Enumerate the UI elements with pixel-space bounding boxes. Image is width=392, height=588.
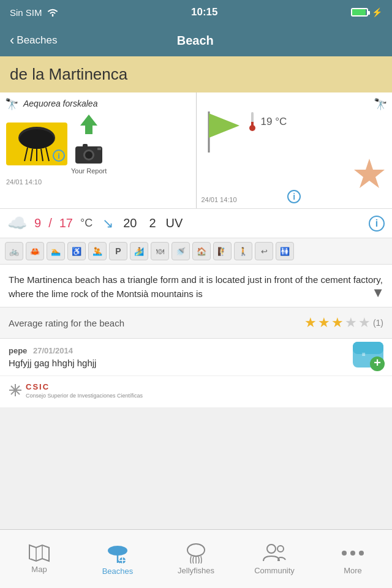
beach-name: de la Martinenca [10, 65, 127, 83]
left-info-panel: 🔭 Aequorea forskalea i [0, 92, 197, 208]
svg-marker-7 [80, 115, 97, 134]
right-info-icon[interactable]: i [287, 190, 301, 203]
rating-section: Average rating for the beach ★ ★ ★ ★ ★ (… [0, 307, 392, 339]
temperature-value: 19 °C [261, 116, 287, 128]
tab-jellyfishes[interactable]: Jellyfishes [157, 543, 235, 575]
beaches-tab-icon [105, 542, 130, 564]
svg-rect-12 [97, 148, 101, 150]
add-review-button[interactable]: + ≡ [352, 341, 385, 374]
amenity-parking: P [109, 242, 127, 260]
uv-value: 2 [149, 216, 156, 230]
nav-bar: ‹ Beaches Beach [0, 24, 392, 56]
amenity-shelter: 🏠 [192, 242, 211, 260]
tab-beaches[interactable]: Beaches [78, 542, 157, 576]
review-section: pepe 27/01/2014 Hgfyjj gag hhghj hghjj +… [0, 339, 392, 375]
your-report-label: Your Report [71, 167, 107, 175]
review-author: pepe 27/01/2014 [9, 346, 383, 355]
info-panels-row: 🔭 Aequorea forskalea i [0, 92, 392, 209]
uv-label: UV [166, 216, 183, 230]
description-text: The Martinenca beach has a triangle form… [9, 273, 383, 301]
page-title: Beach [58, 34, 334, 48]
csic-snowflake-icon [9, 383, 22, 397]
tab-bar: Map Beaches Jellyfishes [0, 529, 392, 588]
reviewer-name: pepe [9, 346, 27, 355]
back-chevron-icon: ‹ [10, 34, 14, 47]
temp-min: 9 [34, 216, 41, 230]
carrier-label: Sin SIM [10, 7, 42, 18]
svg-line-3 [31, 149, 32, 161]
svg-point-38 [267, 545, 276, 553]
status-left: Sin SIM [10, 7, 58, 18]
svg-rect-20 [353, 342, 383, 354]
status-right: ⚡ [351, 7, 382, 17]
svg-rect-17 [251, 122, 254, 128]
wifi-icon [47, 8, 58, 17]
time-display: 10:15 [191, 6, 217, 18]
more-dots-icon [342, 543, 364, 564]
status-bar: Sin SIM 10:15 ⚡ [0, 0, 392, 24]
tab-map[interactable]: Map [0, 544, 78, 574]
star-1: ★ [304, 315, 317, 331]
svg-point-39 [277, 546, 284, 552]
temp-max: 17 [59, 216, 73, 230]
camera-upload-section[interactable]: Your Report [71, 113, 107, 175]
amenity-swim: 🏊 [47, 242, 65, 260]
tab-more[interactable]: More [314, 543, 392, 575]
amenity-crab: 🦀 [26, 242, 44, 260]
left-timestamp: 24/01 14:10 [6, 178, 190, 186]
battery-icon [351, 8, 368, 17]
amenity-hiking: 🧗 [213, 242, 232, 260]
jellyfish-info-icon[interactable]: i [53, 149, 65, 162]
csic-subtitle: Consejo Superior de Investigaciones Cien… [26, 393, 143, 399]
svg-marker-18 [354, 159, 385, 188]
binoculars-icon-left: 🔭 [5, 97, 18, 111]
back-button[interactable]: ‹ Beaches [10, 34, 58, 47]
review-date: 27/01/2014 [33, 346, 73, 355]
amenity-accessible: ♿ [67, 242, 86, 260]
tab-community[interactable]: Community [235, 543, 314, 575]
starfish-icon [350, 157, 390, 191]
star-5: ★ [358, 315, 371, 331]
csic-logo: CSIC Consejo Superior de Investigaciones… [9, 381, 383, 399]
wind-speed: 20 [123, 216, 137, 230]
svg-line-2 [24, 148, 28, 161]
camera-icon [74, 141, 104, 165]
amenity-water-sport: 🤽 [88, 242, 107, 260]
jellyfishes-tab-icon [185, 543, 207, 564]
weather-info-icon[interactable]: i [369, 216, 385, 232]
tab-community-label: Community [254, 566, 295, 575]
beach-flag-icon [203, 108, 243, 154]
charging-icon: ⚡ [372, 7, 382, 17]
back-label: Beaches [17, 34, 57, 47]
right-info-panel: 🔭 19 °C [197, 92, 393, 208]
svg-line-5 [41, 149, 43, 161]
review-text: Hgfyjj gag hhghj hghjj [9, 358, 383, 368]
csic-text: CSIC [26, 382, 50, 391]
tab-more-label: More [344, 566, 362, 575]
star-3: ★ [331, 315, 344, 331]
expand-description-icon[interactable]: ▼ [371, 285, 385, 301]
star-rating: ★ ★ ★ ★ ★ [304, 315, 371, 331]
svg-marker-28 [29, 545, 49, 561]
thermometer-icon [247, 111, 257, 133]
amenity-walk: 🚶 [234, 242, 252, 260]
tab-jellyfishes-label: Jellyfishes [178, 566, 214, 575]
svg-point-37 [187, 544, 205, 556]
map-tab-icon [29, 544, 50, 562]
community-tab-icon [262, 543, 287, 564]
amenity-restroom: 🚻 [276, 242, 294, 260]
species-name: Aequorea forskalea [23, 99, 190, 108]
amenity-surf: 🏄 [130, 242, 148, 260]
tab-beaches-label: Beaches [102, 567, 134, 576]
svg-marker-14 [209, 113, 239, 138]
svg-text:+: + [374, 356, 381, 369]
svg-point-10 [85, 151, 92, 159]
cloud-icon: ☁️ [7, 214, 27, 233]
wind-direction-icon: ↘ [102, 216, 113, 232]
amenity-restaurant: 🍽 [151, 242, 169, 260]
amenities-row: 🚲 🦀 🏊 ♿ 🤽 P 🏄 🍽 🚿 🏠 🧗 🚶 ↩ 🚻 [0, 238, 392, 265]
temp-unit: °C [80, 217, 92, 230]
rating-count: (1) [373, 318, 383, 328]
jellyfish-thumbnail[interactable]: i [6, 123, 67, 165]
upload-arrow-icon [76, 113, 102, 139]
